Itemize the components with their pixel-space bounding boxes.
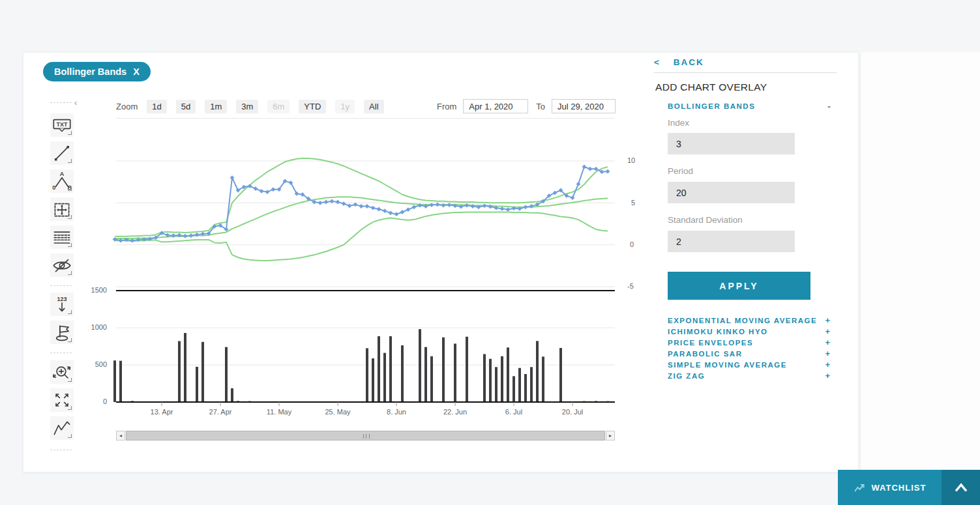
watchlist-label: WATCHLIST <box>872 483 927 493</box>
index-field[interactable] <box>668 133 795 154</box>
zoom-button-1m[interactable]: 1m <box>205 100 227 113</box>
x-tick-label: 11. May <box>258 408 300 416</box>
zoom-button-3m[interactable]: 3m <box>236 100 258 113</box>
zoom-button-1y: 1y <box>335 100 355 113</box>
overlay-item-parabolic-sar[interactable]: PARABOLIC SAR + <box>668 348 830 359</box>
horizontal-lines-icon <box>54 232 69 243</box>
trend-up-icon <box>854 483 865 493</box>
zoom-button-1d[interactable]: 1d <box>147 100 166 113</box>
scrollbar-left-arrow[interactable]: ◂ <box>116 431 125 440</box>
bollinger-bands-chip[interactable]: Bollinger Bands X <box>43 62 151 81</box>
toolbar-separator <box>50 353 72 353</box>
standard-deviation-label: Standard Deviation <box>668 215 743 225</box>
toolbar-separator <box>50 285 72 286</box>
trendline-tool[interactable] <box>50 141 74 165</box>
x-tick-label: 13. Apr <box>141 408 183 416</box>
overlay-item-price-envelopes[interactable]: PRICE ENVELOPES + <box>668 337 830 348</box>
trendline-icon <box>55 146 69 161</box>
overlay-item-ichimoku[interactable]: ICHIMOKU KINKO HYO + <box>668 326 830 337</box>
svg-text:123: 123 <box>57 296 67 302</box>
text-annotation-tool[interactable]: TXT <box>50 113 74 137</box>
volume-axis-label: 1000 <box>78 323 107 331</box>
expand-overlay-icon[interactable]: + <box>825 326 830 336</box>
zoom-button-6m: 6m <box>267 100 290 113</box>
apply-button[interactable]: APPLY <box>668 272 810 300</box>
numeric-arrow-icon: 123 <box>57 296 67 311</box>
toolbar-collapse-button[interactable]: ‹ <box>74 98 77 107</box>
zoom-area-icon <box>53 367 70 378</box>
chevron-up-icon <box>953 482 970 493</box>
svg-text:0: 0 <box>52 184 55 191</box>
back-label: BACK <box>674 57 704 67</box>
toolbar-separator <box>50 102 72 103</box>
scrollbar-thumb[interactable] <box>126 431 605 440</box>
zoom-area-tool[interactable] <box>50 360 74 384</box>
standard-deviation-field[interactable] <box>668 231 795 252</box>
expand-overlay-icon[interactable]: + <box>825 371 830 381</box>
selection-move-icon <box>55 204 68 216</box>
price-axis-label: 0 <box>630 240 634 248</box>
back-arrow-icon: < <box>654 57 661 67</box>
chip-label: Bollinger Bands <box>54 66 126 77</box>
overlay-bollinger-bands[interactable]: BOLLINGER BANDS - <box>668 101 831 111</box>
expand-overlay-icon[interactable]: + <box>825 338 830 347</box>
chip-remove-button[interactable]: X <box>133 66 140 77</box>
zoom-preset-row: Zoom 1d 5d 1m 3m 6m YTD 1y All <box>116 100 384 113</box>
overlay-item-zigzag[interactable]: ZIG ZAG + <box>668 370 830 381</box>
expand-overlay-icon[interactable]: + <box>825 315 830 325</box>
volume-axis-label: 0 <box>78 397 107 405</box>
scrollbar-grip[interactable] <box>363 434 370 439</box>
panel-title: ADD CHART OVERLAY <box>655 81 767 93</box>
from-date-input[interactable] <box>463 99 528 113</box>
chart-header-divider <box>116 118 615 119</box>
period-label: Period <box>668 166 693 176</box>
index-label: Index <box>668 118 689 128</box>
x-tick-label: 25. May <box>317 408 359 416</box>
scrollbar-right-arrow[interactable]: ▸ <box>606 431 615 440</box>
zigzag-icon <box>54 422 69 434</box>
txt-bubble-icon: TXT <box>53 120 70 132</box>
angle-measure-tool[interactable]: A 0 B <box>50 169 74 193</box>
toolbar-separator <box>50 450 72 450</box>
zoom-button-all[interactable]: All <box>364 100 383 113</box>
watchlist-expand-button[interactable] <box>942 470 980 505</box>
selection-move-tool[interactable] <box>50 197 74 221</box>
collapse-overlay-button[interactable]: - <box>827 101 831 111</box>
svg-text:TXT: TXT <box>57 121 68 128</box>
period-field[interactable] <box>668 182 795 203</box>
horizontal-lines-tool[interactable] <box>50 225 74 249</box>
price-axis-label: -5 <box>627 282 634 290</box>
volume-axis-label: 1500 <box>78 286 107 294</box>
expand-overlay-icon[interactable]: + <box>825 360 830 369</box>
chart-canvas[interactable] <box>85 121 639 417</box>
zoom-button-5d[interactable]: 5d <box>176 100 196 113</box>
to-label: To <box>536 102 545 111</box>
overlay-item-sma[interactable]: SIMPLE MOVING AVERAGE + <box>668 359 830 370</box>
right-spacer-panel <box>861 52 980 505</box>
from-label: From <box>437 102 456 111</box>
date-range-row: From To <box>437 99 616 113</box>
zoom-button-ytd[interactable]: YTD <box>299 100 326 113</box>
x-tick-label: 20. Jul <box>552 408 593 416</box>
hide-indicators-tool[interactable] <box>50 253 74 277</box>
flag-tool[interactable] <box>50 321 74 344</box>
numeric-label-tool[interactable]: 123 <box>50 293 74 316</box>
zoom-label: Zoom <box>116 102 138 111</box>
flag-icon <box>57 326 69 340</box>
zigzag-indicator-tool[interactable] <box>50 416 74 440</box>
expand-overlay-icon[interactable]: + <box>825 349 830 358</box>
x-tick-label: 8. Jun <box>376 408 417 416</box>
back-button[interactable]: < BACK <box>654 57 837 73</box>
overlay-list: EXPONENTIAL MOVING AVERAGE + ICHIMOKU KI… <box>668 315 830 381</box>
overlay-name: BOLLINGER BANDS <box>668 102 755 110</box>
price-axis-label: 5 <box>631 199 635 207</box>
x-tick-label: 6. Jul <box>493 408 535 416</box>
overlay-item-ema[interactable]: EXPONENTIAL MOVING AVERAGE + <box>668 315 830 326</box>
x-tick-label: 22. Jun <box>434 408 476 416</box>
fullscreen-tool[interactable] <box>50 388 74 412</box>
to-date-input[interactable] <box>552 99 616 113</box>
watchlist-button[interactable]: WATCHLIST <box>838 470 942 505</box>
volume-axis-label: 500 <box>78 360 107 368</box>
eye-slash-icon <box>53 260 70 272</box>
price-axis-label: 10 <box>627 156 635 164</box>
